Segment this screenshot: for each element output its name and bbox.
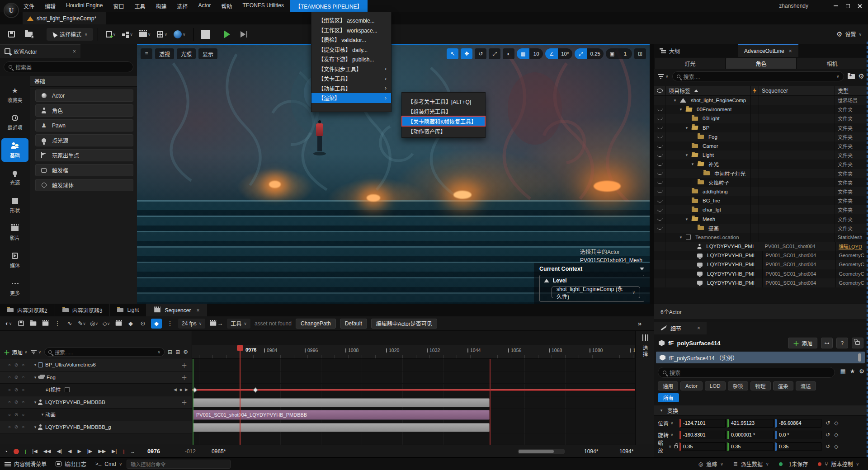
- add-folder-button[interactable]: [848, 74, 855, 79]
- skip-button[interactable]: [237, 28, 251, 41]
- current-context-header[interactable]: Current Context: [539, 266, 644, 272]
- track-toggle-icons[interactable]: ○⊘○: [0, 387, 33, 392]
- keyframe-icon[interactable]: ◇: [834, 420, 838, 426]
- sequencer-track[interactable]: ○⊘○▾LQYDYPVYHB_PMDBBB_g: [0, 421, 192, 434]
- fps-dropdown[interactable]: 24 fps∨: [178, 319, 205, 329]
- world-space-button[interactable]: ◐: [503, 48, 514, 59]
- keyframe-options-icon[interactable]: ◇∨: [102, 319, 110, 329]
- outliner-row[interactable]: char_lgt文件夹: [654, 205, 868, 214]
- render-movie-icon[interactable]: →: [209, 319, 223, 329]
- 位置-z-field[interactable]: -86.60864: [775, 419, 821, 428]
- stop-button[interactable]: [198, 28, 212, 41]
- visibility-toggle[interactable]: [654, 260, 665, 269]
- outliner-row[interactable]: LQYDYPVYHB_PMIPV001_SC01_shot004编辑LQYD: [654, 242, 868, 251]
- next-key-button[interactable]: ▶▶: [98, 448, 106, 454]
- playhead-handle[interactable]: [237, 345, 243, 351]
- bottom-tab-内容浏览器3[interactable]: 内容浏览器3: [55, 304, 110, 316]
- help-button[interactable]: ?: [836, 338, 848, 348]
- statusbar-1未保存[interactable]: 1未保存: [779, 460, 808, 468]
- 旋转-z-field[interactable]: 0.0 °: [775, 431, 821, 439]
- bottom-tab-内容浏览器2[interactable]: 内容浏览器2: [0, 304, 55, 316]
- place-item[interactable]: ♟Pawn: [35, 119, 133, 132]
- reset-icon[interactable]: ↺: [826, 420, 830, 426]
- place-item[interactable]: 触发框: [35, 164, 133, 176]
- sequencer-timeline[interactable]: PV001_SC01_shot004 098409961008102010321…: [192, 331, 635, 445]
- outliner-row[interactable]: addlighting文件夹: [654, 187, 868, 196]
- blueprint-edit-button[interactable]: ⊶: [821, 338, 833, 348]
- viewport-menu-button[interactable]: ≡: [141, 48, 152, 59]
- curve-editor-icon[interactable]: ∿: [66, 319, 74, 329]
- outliner-row[interactable]: 壁画文件夹: [654, 224, 868, 233]
- camera-cut-icon[interactable]: [41, 319, 49, 329]
- rail-item-people[interactable]: 基础: [1, 138, 28, 162]
- keyframe-icon[interactable]: ◇: [834, 432, 838, 438]
- rotate-tool-button[interactable]: ↺: [475, 48, 486, 59]
- move-tool-button[interactable]: ✥: [461, 48, 472, 59]
- perspective-dropdown[interactable]: 透视: [155, 48, 174, 59]
- visibility-toggle[interactable]: [654, 251, 665, 260]
- advance-outline-tab[interactable]: AdvanceOutLine ×: [738, 44, 798, 57]
- outliner-row[interactable]: BG_fire文件夹: [654, 196, 868, 205]
- tools-dropdown[interactable]: 工具∨: [227, 319, 250, 329]
- unreal-logo[interactable]: U: [4, 3, 19, 18]
- scrollbar-thumb[interactable]: [858, 353, 861, 362]
- loop-button[interactable]: →: [130, 449, 135, 454]
- outliner-tab[interactable]: 大纲: [654, 44, 685, 57]
- pipeline-menu-item[interactable]: 【发布下游】 publish...: [311, 54, 391, 64]
- visibility-toggle[interactable]: [654, 132, 666, 141]
- category-tab-通用[interactable]: 通用: [658, 381, 678, 390]
- pin-icon[interactable]: ⊙: [139, 319, 147, 329]
- track-search[interactable]: 搜索...... ∨: [44, 348, 165, 357]
- rail-item-shape[interactable]: 形状: [1, 193, 28, 217]
- pipeline-menu-item[interactable]: 【提交审核】 daily...: [311, 45, 391, 55]
- expand-tracks-icon[interactable]: ⊞: [175, 349, 180, 355]
- show-dropdown[interactable]: 显示: [198, 48, 217, 59]
- menu-item[interactable]: Actor: [198, 2, 211, 10]
- animation-clip[interactable]: PV001_SC01_shot004_LQYDYPVYHB_PMDBBB: [193, 410, 490, 420]
- add-section-icon[interactable]: ＋: [181, 373, 187, 381]
- console-input[interactable]: 输入控制台命令: [127, 460, 231, 469]
- prev-frame-button[interactable]: ◀|: [57, 448, 62, 454]
- sliders-icon[interactable]: [642, 334, 649, 341]
- more-icon[interactable]: ⋮: [53, 319, 61, 329]
- record-button[interactable]: [14, 449, 19, 454]
- outliner-row[interactable]: ▾BP文件夹: [654, 123, 868, 132]
- place-item[interactable]: 玩家出生点: [35, 149, 133, 161]
- grid-view-icon[interactable]: ▦: [840, 368, 845, 375]
- submenu-item[interactable]: 【参考关卡工具】[ALT+Q]: [402, 96, 485, 106]
- outliner-row[interactable]: LQYDYPVYHB_PMIPV001_SC01_shot004Geometry…: [654, 251, 868, 260]
- rotation-snap-control[interactable]: ∠ 10°: [545, 48, 572, 59]
- reset-icon[interactable]: ↺: [826, 443, 830, 450]
- outliner-settings-button[interactable]: ⚙: [859, 72, 864, 80]
- track-toggle-icons[interactable]: ○⊘○: [0, 412, 33, 417]
- set-end-button[interactable]: ]: [123, 449, 124, 454]
- category-tab-流送[interactable]: 流送: [796, 381, 816, 390]
- 旋转-y-field[interactable]: 0.000001 °: [727, 431, 774, 439]
- menu-item[interactable]: Houdini Engine: [66, 2, 103, 10]
- component-instance-row[interactable]: fF_polySurface414 （实例）: [656, 352, 865, 363]
- rail-item-more[interactable]: 更多: [1, 276, 28, 300]
- outliner-row[interactable]: ▾TeamonesLocationStaticMesh: [654, 233, 868, 242]
- close-button[interactable]: [854, 1, 865, 10]
- sequencer-track[interactable]: ○⊘○▾LQYDYPVYHB_PMDBBB＋: [0, 396, 192, 409]
- rail-item-star[interactable]: ★收藏夹: [1, 83, 28, 107]
- content-browser-button[interactable]: [22, 28, 35, 41]
- keyframe-add-icon[interactable]: ◆: [127, 319, 135, 329]
- lit-dropdown[interactable]: 光照: [177, 48, 196, 59]
- world-options-icon[interactable]: ◐∨: [5, 319, 13, 329]
- context-level-dropdown[interactable]: shot_light_EngineComp (永久性) ∨: [552, 287, 640, 298]
- view-tab-角色[interactable]: 角色: [726, 58, 796, 69]
- add-section-icon[interactable]: ＋: [181, 398, 187, 406]
- place-item[interactable]: 点光源: [35, 134, 133, 146]
- more-icon[interactable]: ⋮: [166, 319, 174, 329]
- transform-label[interactable]: 缩放∨: [658, 439, 678, 454]
- lock-button[interactable]: [852, 338, 863, 348]
- camera-speed-control[interactable]: ▣ 1: [606, 48, 632, 59]
- world-button[interactable]: ∨: [174, 30, 186, 38]
- track-filter-button[interactable]: ∨: [31, 350, 42, 354]
- visibility-toggle[interactable]: [654, 187, 666, 196]
- next-frame-button[interactable]: |▶: [87, 448, 92, 454]
- key-nav-icons[interactable]: ◀◆▶: [174, 387, 188, 392]
- details-search[interactable]: 搜索: [658, 367, 835, 378]
- range-end[interactable]: 1094*: [584, 448, 598, 455]
